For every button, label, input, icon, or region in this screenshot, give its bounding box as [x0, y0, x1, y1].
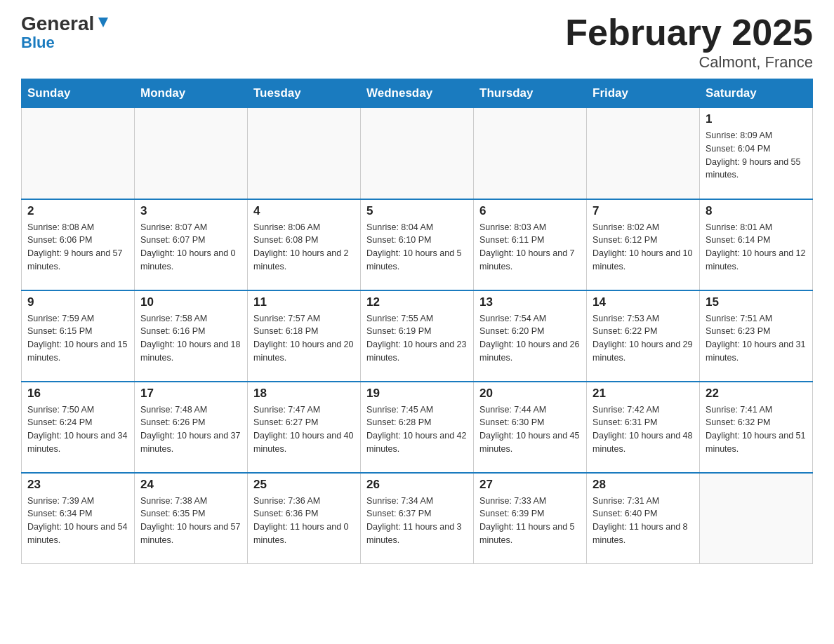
- day-info: Sunrise: 7:50 AMSunset: 6:24 PMDaylight:…: [27, 403, 128, 456]
- calendar-cell: 26Sunrise: 7:34 AMSunset: 6:37 PMDayligh…: [361, 473, 474, 564]
- day-number: 14: [593, 295, 694, 309]
- calendar-cell: [361, 108, 474, 199]
- day-info: Sunrise: 7:48 AMSunset: 6:26 PMDaylight:…: [140, 403, 241, 456]
- calendar-cell: 4Sunrise: 8:06 AMSunset: 6:08 PMDaylight…: [248, 199, 361, 290]
- calendar-cell: 5Sunrise: 8:04 AMSunset: 6:10 PMDaylight…: [361, 199, 474, 290]
- header-monday: Monday: [135, 79, 248, 108]
- day-number: 6: [479, 204, 581, 218]
- calendar-cell: [22, 108, 135, 199]
- calendar-cell: 28Sunrise: 7:31 AMSunset: 6:40 PMDayligh…: [587, 473, 700, 564]
- calendar-week-row: 2Sunrise: 8:08 AMSunset: 6:06 PMDaylight…: [22, 199, 813, 290]
- day-number: 15: [706, 295, 807, 309]
- calendar-cell: 8Sunrise: 8:01 AMSunset: 6:14 PMDaylight…: [700, 199, 813, 290]
- day-number: 28: [593, 478, 694, 492]
- day-number: 10: [140, 295, 241, 309]
- calendar-cell: 27Sunrise: 7:33 AMSunset: 6:39 PMDayligh…: [474, 473, 587, 564]
- calendar-cell: 3Sunrise: 8:07 AMSunset: 6:07 PMDaylight…: [135, 199, 248, 290]
- day-info: Sunrise: 7:36 AMSunset: 6:36 PMDaylight:…: [253, 495, 355, 547]
- calendar-table: SundayMondayTuesdayWednesdayThursdayFrid…: [21, 79, 813, 564]
- day-info: Sunrise: 8:08 AMSunset: 6:06 PMDaylight:…: [27, 221, 128, 274]
- day-info: Sunrise: 7:57 AMSunset: 6:18 PMDaylight:…: [253, 312, 355, 365]
- day-number: 22: [706, 387, 807, 401]
- day-number: 24: [140, 478, 241, 492]
- header-sunday: Sunday: [22, 79, 135, 108]
- day-number: 1: [706, 112, 807, 126]
- calendar-cell: 12Sunrise: 7:55 AMSunset: 6:19 PMDayligh…: [361, 290, 474, 382]
- header-wednesday: Wednesday: [361, 79, 474, 108]
- calendar-cell: [474, 108, 587, 199]
- day-number: 16: [27, 387, 128, 401]
- day-number: 19: [366, 387, 468, 401]
- day-info: Sunrise: 8:04 AMSunset: 6:10 PMDaylight:…: [366, 221, 468, 274]
- day-info: Sunrise: 7:42 AMSunset: 6:31 PMDaylight:…: [593, 403, 694, 456]
- logo-general-text: General: [21, 14, 94, 34]
- calendar-cell: [587, 108, 700, 199]
- day-info: Sunrise: 7:41 AMSunset: 6:32 PMDaylight:…: [706, 403, 807, 456]
- day-number: 27: [479, 478, 581, 492]
- day-info: Sunrise: 7:44 AMSunset: 6:30 PMDaylight:…: [479, 403, 581, 456]
- calendar-cell: 25Sunrise: 7:36 AMSunset: 6:36 PMDayligh…: [248, 473, 361, 564]
- calendar-week-row: 16Sunrise: 7:50 AMSunset: 6:24 PMDayligh…: [22, 382, 813, 473]
- svg-marker-0: [98, 18, 108, 27]
- calendar-cell: 17Sunrise: 7:48 AMSunset: 6:26 PMDayligh…: [135, 382, 248, 473]
- calendar-cell: 6Sunrise: 8:03 AMSunset: 6:11 PMDaylight…: [474, 199, 587, 290]
- calendar-cell: 24Sunrise: 7:38 AMSunset: 6:35 PMDayligh…: [135, 473, 248, 564]
- logo-arrow-icon: [95, 15, 111, 30]
- day-number: 2: [27, 204, 128, 218]
- header-saturday: Saturday: [700, 79, 813, 108]
- day-number: 11: [253, 295, 355, 309]
- logo: General Blue: [21, 14, 111, 52]
- day-info: Sunrise: 7:39 AMSunset: 6:34 PMDaylight:…: [27, 495, 128, 547]
- day-info: Sunrise: 8:07 AMSunset: 6:07 PMDaylight:…: [140, 221, 241, 274]
- day-number: 3: [140, 204, 241, 218]
- calendar-header-row: SundayMondayTuesdayWednesdayThursdayFrid…: [22, 79, 813, 108]
- calendar-cell: [135, 108, 248, 199]
- location-text: Calmont, France: [565, 53, 813, 72]
- header-thursday: Thursday: [474, 79, 587, 108]
- day-info: Sunrise: 7:59 AMSunset: 6:15 PMDaylight:…: [27, 312, 128, 365]
- day-info: Sunrise: 7:53 AMSunset: 6:22 PMDaylight:…: [593, 312, 694, 365]
- day-info: Sunrise: 7:31 AMSunset: 6:40 PMDaylight:…: [593, 495, 694, 547]
- title-section: February 2025 Calmont, France: [565, 14, 813, 72]
- calendar-cell: 13Sunrise: 7:54 AMSunset: 6:20 PMDayligh…: [474, 290, 587, 382]
- calendar-cell: 9Sunrise: 7:59 AMSunset: 6:15 PMDaylight…: [22, 290, 135, 382]
- day-number: 20: [479, 387, 581, 401]
- page-header: General Blue February 2025 Calmont, Fran…: [21, 14, 813, 72]
- day-info: Sunrise: 8:06 AMSunset: 6:08 PMDaylight:…: [253, 221, 355, 274]
- day-number: 9: [27, 295, 128, 309]
- calendar-cell: 16Sunrise: 7:50 AMSunset: 6:24 PMDayligh…: [22, 382, 135, 473]
- calendar-week-row: 1Sunrise: 8:09 AMSunset: 6:04 PMDaylight…: [22, 108, 813, 199]
- header-tuesday: Tuesday: [248, 79, 361, 108]
- day-info: Sunrise: 8:03 AMSunset: 6:11 PMDaylight:…: [479, 221, 581, 274]
- month-title: February 2025: [565, 14, 813, 51]
- day-info: Sunrise: 7:58 AMSunset: 6:16 PMDaylight:…: [140, 312, 241, 365]
- day-number: 23: [27, 478, 128, 492]
- calendar-cell: 23Sunrise: 7:39 AMSunset: 6:34 PMDayligh…: [22, 473, 135, 564]
- calendar-cell: 22Sunrise: 7:41 AMSunset: 6:32 PMDayligh…: [700, 382, 813, 473]
- day-number: 7: [593, 204, 694, 218]
- calendar-cell: 11Sunrise: 7:57 AMSunset: 6:18 PMDayligh…: [248, 290, 361, 382]
- day-number: 4: [253, 204, 355, 218]
- calendar-cell: 2Sunrise: 8:08 AMSunset: 6:06 PMDaylight…: [22, 199, 135, 290]
- day-number: 25: [253, 478, 355, 492]
- calendar-week-row: 23Sunrise: 7:39 AMSunset: 6:34 PMDayligh…: [22, 473, 813, 564]
- header-friday: Friday: [587, 79, 700, 108]
- day-info: Sunrise: 7:55 AMSunset: 6:19 PMDaylight:…: [366, 312, 468, 365]
- calendar-cell: 10Sunrise: 7:58 AMSunset: 6:16 PMDayligh…: [135, 290, 248, 382]
- calendar-cell: [700, 473, 813, 564]
- day-number: 18: [253, 387, 355, 401]
- calendar-cell: 1Sunrise: 8:09 AMSunset: 6:04 PMDaylight…: [700, 108, 813, 199]
- calendar-cell: [248, 108, 361, 199]
- day-info: Sunrise: 7:47 AMSunset: 6:27 PMDaylight:…: [253, 403, 355, 456]
- day-info: Sunrise: 7:54 AMSunset: 6:20 PMDaylight:…: [479, 312, 581, 365]
- calendar-cell: 19Sunrise: 7:45 AMSunset: 6:28 PMDayligh…: [361, 382, 474, 473]
- day-number: 21: [593, 387, 694, 401]
- day-number: 12: [366, 295, 468, 309]
- day-info: Sunrise: 8:02 AMSunset: 6:12 PMDaylight:…: [593, 221, 694, 274]
- day-number: 17: [140, 387, 241, 401]
- calendar-cell: 14Sunrise: 7:53 AMSunset: 6:22 PMDayligh…: [587, 290, 700, 382]
- calendar-cell: 15Sunrise: 7:51 AMSunset: 6:23 PMDayligh…: [700, 290, 813, 382]
- calendar-week-row: 9Sunrise: 7:59 AMSunset: 6:15 PMDaylight…: [22, 290, 813, 382]
- day-number: 26: [366, 478, 468, 492]
- day-info: Sunrise: 7:45 AMSunset: 6:28 PMDaylight:…: [366, 403, 468, 456]
